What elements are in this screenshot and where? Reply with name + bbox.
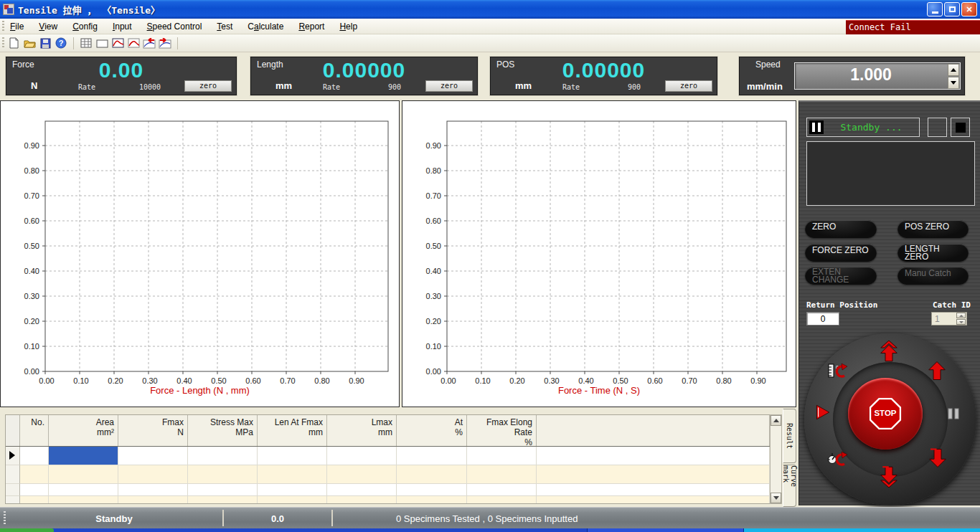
- table-cell[interactable]: [537, 496, 770, 504]
- menu-item-file[interactable]: File: [10, 22, 24, 32]
- table-cell[interactable]: [397, 484, 467, 496]
- taskbar-segment[interactable]: [587, 528, 743, 532]
- menu-item-speed-control[interactable]: Speed Control: [147, 22, 202, 32]
- table-cell[interactable]: [397, 496, 467, 504]
- curve-chart-icon[interactable]: [127, 37, 140, 49]
- rectangle-icon[interactable]: [95, 37, 108, 49]
- table-cell[interactable]: [327, 496, 397, 504]
- table-cell[interactable]: [20, 465, 49, 484]
- menu-item-report[interactable]: Report: [298, 22, 324, 32]
- restore-button[interactable]: [944, 2, 960, 16]
- table-cell[interactable]: [537, 465, 770, 484]
- pos-zero-button[interactable]: POS ZERO: [897, 220, 969, 238]
- table-cell[interactable]: [118, 484, 188, 496]
- fast-up-arrow-icon[interactable]: [877, 340, 900, 363]
- table-cell[interactable]: [537, 447, 770, 465]
- row-selector[interactable]: [6, 465, 20, 484]
- curve-chart-framed-icon[interactable]: [111, 37, 124, 49]
- table-cell[interactable]: [118, 496, 188, 504]
- table-cell[interactable]: [49, 447, 118, 465]
- catch-id-down-button[interactable]: [956, 319, 966, 325]
- table-cell[interactable]: [258, 496, 327, 504]
- table-cell[interactable]: [258, 484, 327, 496]
- curve-import-icon[interactable]: [143, 37, 156, 49]
- table-cell[interactable]: [327, 484, 397, 496]
- table-cell[interactable]: [188, 484, 258, 496]
- fast-down-arrow-icon[interactable]: [877, 465, 900, 488]
- speed-decrease-button[interactable]: [948, 77, 959, 89]
- row-selector[interactable]: [6, 484, 20, 496]
- tab-result[interactable]: Result: [783, 409, 796, 463]
- table-cell[interactable]: [537, 484, 770, 496]
- manu-catch-button[interactable]: Manu Catch: [897, 267, 969, 285]
- open-folder-icon[interactable]: [23, 37, 36, 49]
- menu-item-input[interactable]: Input: [113, 22, 132, 32]
- down-arrow-icon[interactable]: [926, 447, 949, 470]
- speed-increase-button[interactable]: [948, 64, 959, 76]
- toolbar-grip[interactable]: [2, 37, 4, 49]
- table-cell[interactable]: [20, 447, 49, 465]
- gauge-rotate-icon[interactable]: [826, 447, 849, 470]
- scroll-up-icon[interactable]: [771, 415, 781, 426]
- close-button[interactable]: ✕: [961, 2, 977, 16]
- table-cell[interactable]: [20, 496, 49, 504]
- column-header[interactable]: [537, 415, 770, 446]
- stop-indicator-box[interactable]: [951, 118, 970, 137]
- length-zero-button[interactable]: zero: [425, 80, 473, 92]
- table-cell[interactable]: [467, 465, 537, 484]
- column-header[interactable]: Stress Max MPa: [188, 415, 258, 446]
- table-cell[interactable]: [49, 484, 118, 496]
- grid-icon[interactable]: [80, 37, 93, 49]
- pos-zero-button[interactable]: zero: [665, 80, 712, 92]
- column-header[interactable]: At %: [397, 415, 467, 446]
- menu-item-calculate[interactable]: Calculate: [248, 22, 283, 32]
- column-header[interactable]: Area mm²: [49, 415, 118, 446]
- indicator-box-empty[interactable]: [928, 118, 947, 137]
- table-cell[interactable]: [467, 447, 537, 465]
- new-document-icon[interactable]: [7, 37, 20, 49]
- column-header[interactable]: Lmax mm: [327, 415, 397, 446]
- table-scrollbar[interactable]: [770, 414, 782, 504]
- pause-icon[interactable]: [942, 402, 965, 425]
- column-header[interactable]: Fmax Elong Rate %: [467, 415, 537, 446]
- speed-spinner[interactable]: 1.000: [794, 62, 961, 90]
- table-cell[interactable]: [327, 447, 397, 465]
- menu-item-view[interactable]: View: [39, 22, 57, 32]
- stop-button[interactable]: STOP: [848, 378, 923, 450]
- column-header[interactable]: Fmax N: [118, 415, 188, 446]
- table-cell[interactable]: [49, 465, 118, 484]
- scroll-down-icon[interactable]: [771, 493, 781, 503]
- column-header[interactable]: Len At Fmax mm: [258, 415, 327, 446]
- table-cell[interactable]: [258, 465, 327, 484]
- menubar-grip[interactable]: [2, 21, 4, 32]
- table-cell[interactable]: [467, 484, 537, 496]
- catch-id-spinner[interactable]: 1: [931, 312, 967, 326]
- table-cell[interactable]: [188, 465, 258, 484]
- menu-item-config[interactable]: Config: [72, 22, 98, 32]
- catch-id-up-button[interactable]: [956, 313, 966, 318]
- exten-change-button[interactable]: EXTEN CHANGE: [805, 267, 877, 285]
- menu-item-test[interactable]: Test: [217, 22, 232, 32]
- return-position-input[interactable]: 0: [806, 312, 839, 326]
- table-cell[interactable]: [118, 447, 188, 465]
- table-cell[interactable]: [118, 465, 188, 484]
- curve-export-icon[interactable]: [159, 37, 171, 49]
- length-zero-panel-button[interactable]: LENGTH ZERO: [897, 244, 969, 262]
- row-selector[interactable]: [6, 447, 20, 465]
- table-cell[interactable]: [467, 496, 537, 504]
- start-button[interactable]: [0, 528, 54, 532]
- table-cell[interactable]: [397, 447, 467, 465]
- play-icon[interactable]: [811, 401, 834, 424]
- minimize-button[interactable]: [927, 2, 943, 16]
- help-icon[interactable]: ?: [55, 37, 67, 49]
- table-cell[interactable]: [258, 447, 327, 465]
- table-cell[interactable]: [397, 465, 467, 484]
- ruler-rotate-icon[interactable]: 0: [826, 359, 849, 382]
- table-cell[interactable]: [20, 484, 49, 496]
- table-cell[interactable]: [188, 496, 258, 504]
- column-header[interactable]: No.: [20, 415, 49, 446]
- save-icon[interactable]: [39, 37, 52, 49]
- force-zero-panel-button[interactable]: FORCE ZERO: [805, 244, 877, 262]
- up-arrow-icon[interactable]: [925, 359, 948, 382]
- force-zero-button[interactable]: zero: [184, 80, 232, 92]
